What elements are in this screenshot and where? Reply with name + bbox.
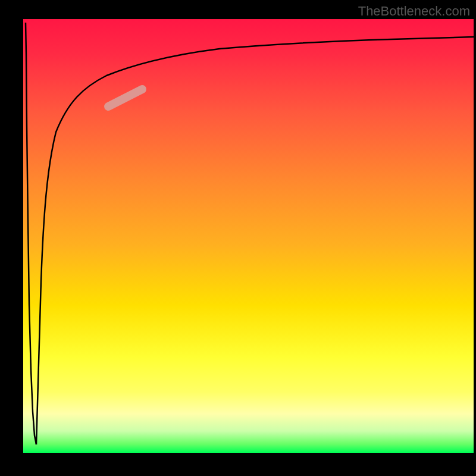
ascending-curve (36, 37, 474, 444)
highlight-segment (108, 89, 142, 107)
chart-curves (23, 19, 474, 453)
descending-curve (26, 23, 36, 444)
watermark-text: TheBottleneck.com (358, 4, 470, 19)
